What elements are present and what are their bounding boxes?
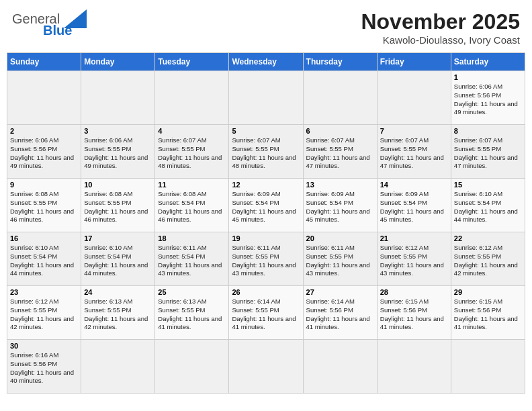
calendar-cell: 25Sunrise: 6:13 AM Sunset: 5:55 PM Dayli…	[155, 286, 229, 340]
day-info: Sunrise: 6:07 AM Sunset: 5:55 PM Dayligh…	[158, 136, 226, 171]
calendar-cell	[155, 340, 229, 394]
day-info: Sunrise: 6:07 AM Sunset: 5:55 PM Dayligh…	[454, 136, 522, 171]
day-info: Sunrise: 6:12 AM Sunset: 5:55 PM Dayligh…	[380, 244, 448, 278]
day-number: 15	[454, 181, 522, 189]
calendar-week-4: 16Sunrise: 6:10 AM Sunset: 5:54 PM Dayli…	[7, 232, 525, 286]
day-header-monday: Monday	[81, 53, 155, 71]
day-number: 13	[306, 181, 374, 189]
day-info: Sunrise: 6:11 AM Sunset: 5:55 PM Dayligh…	[306, 244, 374, 278]
calendar-cell	[155, 71, 229, 125]
calendar-cell: 19Sunrise: 6:11 AM Sunset: 5:55 PM Dayli…	[229, 232, 303, 286]
day-number: 4	[158, 127, 226, 135]
calendar-cell	[81, 71, 155, 125]
calendar-cell	[7, 71, 81, 125]
day-info: Sunrise: 6:12 AM Sunset: 5:55 PM Dayligh…	[454, 244, 522, 278]
logo: General Blue	[12, 9, 87, 38]
day-info: Sunrise: 6:13 AM Sunset: 5:55 PM Dayligh…	[84, 298, 152, 332]
page-subtitle: Kawolo-Dioulasso, Ivory Coast	[361, 34, 520, 46]
calendar-week-2: 2Sunrise: 6:06 AM Sunset: 5:56 PM Daylig…	[7, 125, 525, 179]
calendar-cell: 9Sunrise: 6:08 AM Sunset: 5:55 PM Daylig…	[7, 179, 81, 232]
calendar-cell: 16Sunrise: 6:10 AM Sunset: 5:54 PM Dayli…	[7, 232, 81, 286]
calendar-cell	[377, 340, 451, 394]
day-info: Sunrise: 6:12 AM Sunset: 5:55 PM Dayligh…	[10, 298, 78, 332]
calendar-cell	[377, 71, 451, 125]
day-number: 22	[454, 234, 522, 242]
calendar-cell: 23Sunrise: 6:12 AM Sunset: 5:55 PM Dayli…	[7, 286, 81, 340]
day-info: Sunrise: 6:06 AM Sunset: 5:56 PM Dayligh…	[10, 136, 78, 171]
day-header-wednesday: Wednesday	[229, 53, 303, 71]
day-info: Sunrise: 6:13 AM Sunset: 5:55 PM Dayligh…	[158, 298, 226, 332]
day-header-sunday: Sunday	[7, 53, 81, 71]
day-info: Sunrise: 6:11 AM Sunset: 5:54 PM Dayligh…	[158, 244, 226, 278]
calendar-cell: 7Sunrise: 6:07 AM Sunset: 5:55 PM Daylig…	[377, 125, 451, 179]
calendar-body: 1Sunrise: 6:06 AM Sunset: 5:56 PM Daylig…	[7, 71, 525, 394]
day-number: 1	[454, 73, 522, 81]
calendar-cell: 15Sunrise: 6:10 AM Sunset: 5:54 PM Dayli…	[451, 179, 525, 232]
calendar-cell: 29Sunrise: 6:15 AM Sunset: 5:56 PM Dayli…	[451, 286, 525, 340]
page-header: General Blue November 2025 Kawolo-Dioula…	[7, 7, 525, 48]
calendar-cell: 8Sunrise: 6:07 AM Sunset: 5:55 PM Daylig…	[451, 125, 525, 179]
calendar-cell: 30Sunrise: 6:16 AM Sunset: 5:56 PM Dayli…	[7, 340, 81, 394]
day-info: Sunrise: 6:10 AM Sunset: 5:54 PM Dayligh…	[10, 244, 78, 278]
day-number: 11	[158, 181, 226, 189]
calendar-cell: 24Sunrise: 6:13 AM Sunset: 5:55 PM Dayli…	[81, 286, 155, 340]
day-number: 23	[10, 288, 78, 296]
day-info: Sunrise: 6:08 AM Sunset: 5:55 PM Dayligh…	[10, 190, 78, 224]
day-number: 9	[10, 181, 78, 189]
page-title: November 2025	[361, 9, 520, 34]
calendar-cell: 10Sunrise: 6:08 AM Sunset: 5:55 PM Dayli…	[81, 179, 155, 232]
day-info: Sunrise: 6:07 AM Sunset: 5:55 PM Dayligh…	[232, 136, 300, 171]
day-number: 18	[158, 234, 226, 242]
calendar-cell: 21Sunrise: 6:12 AM Sunset: 5:55 PM Dayli…	[377, 232, 451, 286]
day-number: 24	[84, 288, 152, 296]
calendar-cell	[229, 71, 303, 125]
day-number: 5	[232, 127, 300, 135]
calendar-cell: 28Sunrise: 6:15 AM Sunset: 5:56 PM Dayli…	[377, 286, 451, 340]
calendar-cell: 5Sunrise: 6:07 AM Sunset: 5:55 PM Daylig…	[229, 125, 303, 179]
calendar-cell	[81, 340, 155, 394]
day-info: Sunrise: 6:10 AM Sunset: 5:54 PM Dayligh…	[454, 190, 522, 224]
day-info: Sunrise: 6:15 AM Sunset: 5:56 PM Dayligh…	[380, 298, 448, 332]
day-header-saturday: Saturday	[451, 53, 525, 71]
day-number: 2	[10, 127, 78, 135]
calendar-cell: 13Sunrise: 6:09 AM Sunset: 5:54 PM Dayli…	[303, 179, 377, 232]
day-header-tuesday: Tuesday	[155, 53, 229, 71]
day-header-thursday: Thursday	[303, 53, 377, 71]
day-info: Sunrise: 6:10 AM Sunset: 5:54 PM Dayligh…	[84, 244, 152, 278]
calendar-cell: 27Sunrise: 6:14 AM Sunset: 5:56 PM Dayli…	[303, 286, 377, 340]
day-number: 6	[306, 127, 374, 135]
day-info: Sunrise: 6:07 AM Sunset: 5:55 PM Dayligh…	[380, 136, 448, 171]
calendar-cell	[451, 340, 525, 394]
day-number: 7	[380, 127, 448, 135]
day-number: 12	[232, 181, 300, 189]
day-number: 25	[158, 288, 226, 296]
calendar-cell: 26Sunrise: 6:14 AM Sunset: 5:55 PM Dayli…	[229, 286, 303, 340]
calendar-week-6: 30Sunrise: 6:16 AM Sunset: 5:56 PM Dayli…	[7, 340, 525, 394]
calendar-cell: 3Sunrise: 6:06 AM Sunset: 5:55 PM Daylig…	[81, 125, 155, 179]
calendar-cell: 22Sunrise: 6:12 AM Sunset: 5:55 PM Dayli…	[451, 232, 525, 286]
calendar-cell	[303, 340, 377, 394]
calendar-week-3: 9Sunrise: 6:08 AM Sunset: 5:55 PM Daylig…	[7, 179, 525, 232]
day-info: Sunrise: 6:09 AM Sunset: 5:54 PM Dayligh…	[306, 190, 374, 224]
day-number: 14	[380, 181, 448, 189]
day-info: Sunrise: 6:06 AM Sunset: 5:56 PM Dayligh…	[454, 83, 522, 117]
title-block: November 2025 Kawolo-Dioulasso, Ivory Co…	[361, 9, 520, 46]
day-number: 19	[232, 234, 300, 242]
calendar-cell: 14Sunrise: 6:09 AM Sunset: 5:54 PM Dayli…	[377, 179, 451, 232]
day-number: 29	[454, 288, 522, 296]
day-info: Sunrise: 6:14 AM Sunset: 5:56 PM Dayligh…	[306, 298, 374, 332]
calendar-cell: 20Sunrise: 6:11 AM Sunset: 5:55 PM Dayli…	[303, 232, 377, 286]
day-info: Sunrise: 6:08 AM Sunset: 5:54 PM Dayligh…	[158, 190, 226, 224]
calendar-cell	[229, 340, 303, 394]
day-header-friday: Friday	[377, 53, 451, 71]
calendar-cell: 2Sunrise: 6:06 AM Sunset: 5:56 PM Daylig…	[7, 125, 81, 179]
day-info: Sunrise: 6:15 AM Sunset: 5:56 PM Dayligh…	[454, 298, 522, 332]
calendar-week-1: 1Sunrise: 6:06 AM Sunset: 5:56 PM Daylig…	[7, 71, 525, 125]
calendar-week-5: 23Sunrise: 6:12 AM Sunset: 5:55 PM Dayli…	[7, 286, 525, 340]
calendar-cell: 6Sunrise: 6:07 AM Sunset: 5:55 PM Daylig…	[303, 125, 377, 179]
day-info: Sunrise: 6:09 AM Sunset: 5:54 PM Dayligh…	[232, 190, 300, 224]
calendar-cell: 17Sunrise: 6:10 AM Sunset: 5:54 PM Dayli…	[81, 232, 155, 286]
day-info: Sunrise: 6:07 AM Sunset: 5:55 PM Dayligh…	[306, 136, 374, 171]
calendar-cell	[303, 71, 377, 125]
calendar-table: SundayMondayTuesdayWednesdayThursdayFrid…	[7, 52, 525, 394]
